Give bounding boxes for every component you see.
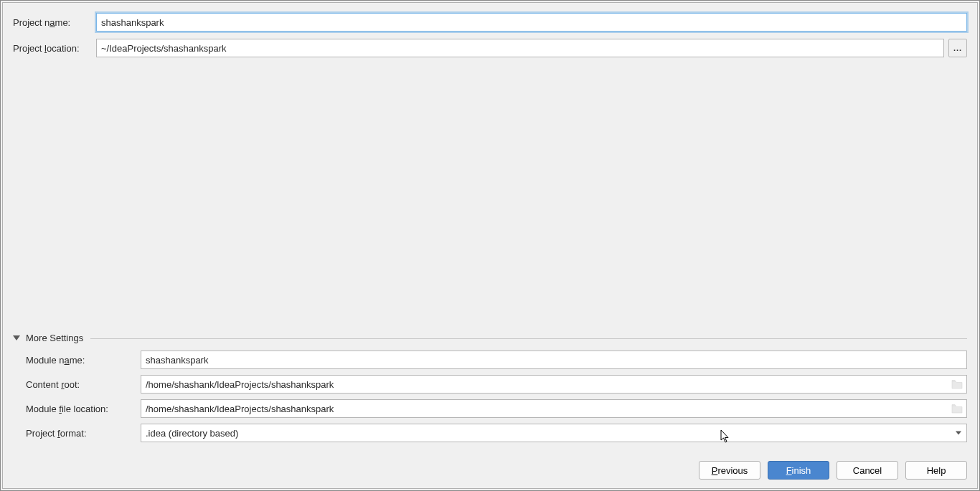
more-settings-title: More Settings (26, 333, 83, 343)
more-settings-header[interactable]: More Settings (13, 333, 967, 343)
content-root-label: Content root: (26, 379, 141, 390)
finish-button[interactable]: Finish (768, 461, 829, 480)
module-name-input[interactable] (141, 351, 967, 369)
ellipsis-icon: ... (953, 44, 962, 52)
project-name-row: Project name: (13, 13, 967, 32)
module-file-location-input[interactable] (141, 399, 967, 418)
content-root-row: Content root: (26, 375, 967, 394)
module-name-label: Module name: (26, 355, 141, 366)
vertical-spacer (13, 65, 967, 333)
help-button[interactable]: Help (905, 461, 967, 480)
project-location-label: Project location: (13, 43, 96, 54)
project-format-row: Project format: (26, 424, 967, 442)
section-rule (90, 338, 967, 339)
module-name-row: Module name: (26, 351, 967, 369)
cancel-button[interactable]: Cancel (837, 461, 898, 480)
previous-button[interactable]: Previous (699, 461, 760, 480)
module-file-location-wrap (141, 399, 967, 418)
project-name-input[interactable] (96, 13, 967, 32)
button-bar: Previous Finish Cancel Help (3, 452, 977, 488)
browse-location-button[interactable]: ... (948, 39, 967, 57)
project-location-row: Project location: ... (13, 39, 967, 57)
dialog-inner: Project name: Project location: ... More… (2, 2, 978, 489)
more-settings-block: Module name: Content root: (13, 351, 967, 452)
dialog-content: Project name: Project location: ... More… (3, 3, 977, 452)
content-root-input[interactable] (141, 375, 967, 394)
content-root-wrap (141, 375, 967, 394)
project-format-select[interactable] (141, 424, 967, 442)
expand-collapse-icon (13, 335, 20, 340)
project-format-select-wrap[interactable] (141, 424, 967, 442)
module-file-location-row: Module file location: (26, 399, 967, 418)
project-location-input[interactable] (96, 39, 944, 57)
project-name-label: Project name: (13, 17, 96, 28)
project-format-label: Project format: (26, 428, 141, 439)
module-file-location-label: Module file location: (26, 404, 141, 414)
new-project-dialog: Project name: Project location: ... More… (0, 0, 980, 491)
project-name-field-wrap (96, 13, 967, 32)
